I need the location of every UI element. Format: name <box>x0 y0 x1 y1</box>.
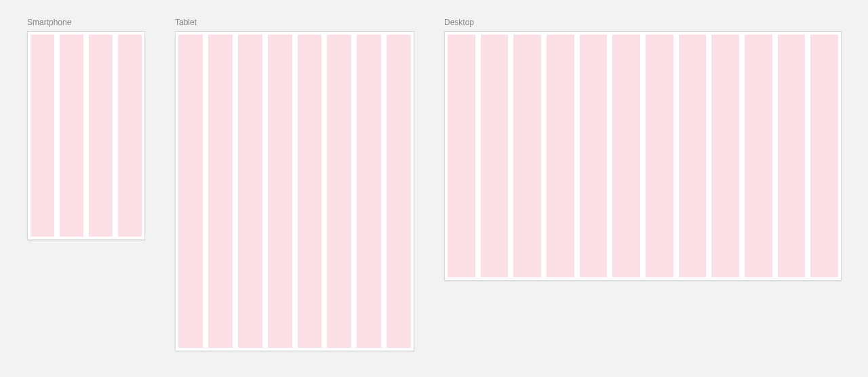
grid-column <box>327 35 351 348</box>
grid-column <box>208 35 233 348</box>
grid-column <box>481 35 509 277</box>
grid-column <box>357 35 381 348</box>
breakpoint-grid-diagram: Smartphone Tablet Desktop <box>0 0 868 369</box>
grid-column <box>580 35 608 277</box>
grid-frame-desktop <box>444 31 842 281</box>
grid-column <box>448 35 475 277</box>
device-label: Desktop <box>444 18 842 27</box>
grid-column <box>89 35 113 237</box>
grid-column <box>810 35 838 277</box>
grid-column <box>711 35 739 277</box>
device-tablet: Tablet <box>175 18 414 351</box>
grid-column <box>612 35 640 277</box>
grid-column <box>238 35 262 348</box>
device-label: Tablet <box>175 18 414 27</box>
device-desktop: Desktop <box>444 18 842 281</box>
grid-column <box>118 35 142 237</box>
grid-column <box>60 35 83 237</box>
grid-column <box>178 35 203 348</box>
device-label: Smartphone <box>27 18 145 27</box>
grid-column <box>387 35 411 348</box>
grid-column <box>646 35 673 277</box>
grid-column <box>31 35 54 237</box>
grid-column <box>778 35 806 277</box>
grid-column <box>679 35 707 277</box>
grid-column <box>298 35 322 348</box>
grid-column <box>547 35 574 277</box>
device-smartphone: Smartphone <box>27 18 145 240</box>
grid-frame-smartphone <box>27 31 145 240</box>
grid-column <box>513 35 541 277</box>
grid-column <box>268 35 292 348</box>
grid-column <box>745 35 772 277</box>
grid-frame-tablet <box>175 31 414 351</box>
